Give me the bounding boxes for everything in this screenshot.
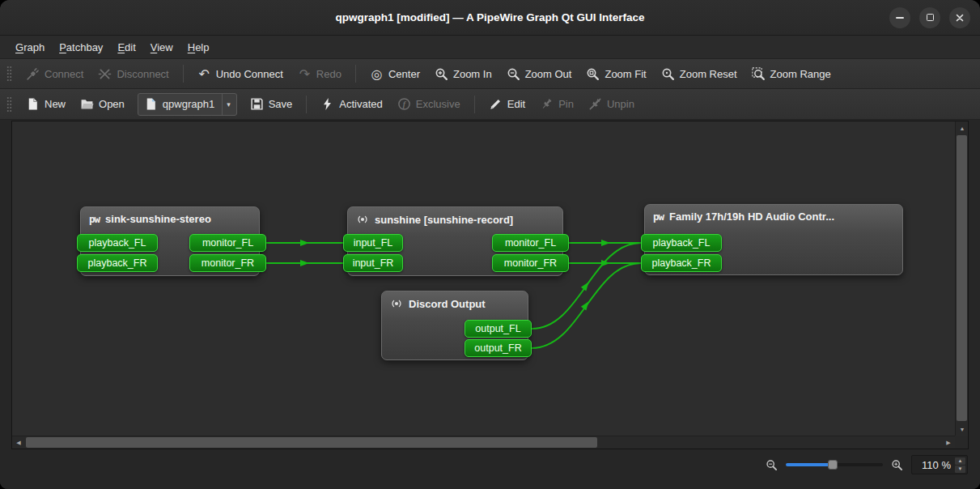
new-button[interactable]: New <box>19 92 73 117</box>
graph-canvas[interactable]: pw sink-sunshine-stereo playback_FL play… <box>12 121 955 436</box>
app-window: qpwgraph1 [modified] — A PipeWire Graph … <box>0 0 980 489</box>
undo-connect-button[interactable]: ↶ Undo Connect <box>190 62 291 86</box>
center-button[interactable]: ◎ Center <box>363 62 427 86</box>
record-icon <box>356 213 369 226</box>
toolbar-edit: Connect Disconnect ↶ Undo Connect ↷ Redo… <box>0 59 980 89</box>
save-button[interactable]: Save <box>243 92 300 117</box>
zoom-reset-button[interactable]: Zoom Reset <box>654 62 745 86</box>
zoom-range-button[interactable]: Zoom Range <box>745 62 838 86</box>
scroll-right-arrow[interactable]: ▶ <box>942 436 955 449</box>
zoom-slider[interactable] <box>786 458 883 471</box>
titlebar[interactable]: qpwgraph1 [modified] — A PipeWire Graph … <box>0 0 980 36</box>
horizontal-scrollbar-thumb[interactable] <box>26 437 597 448</box>
toolbar-separator <box>355 65 356 83</box>
save-icon <box>250 97 264 111</box>
connections-layer <box>12 121 955 436</box>
sunshine-port-monitor-fr[interactable]: monitor_FR <box>492 254 569 272</box>
zoom-range-label: Zoom Range <box>770 68 831 80</box>
pin-label: Pin <box>558 98 574 110</box>
sink-port-playback-fr[interactable]: playback_FR <box>77 254 158 272</box>
node-title: sunshine [sunshine-record] <box>375 214 513 226</box>
undo-icon: ↶ <box>197 67 211 81</box>
node-header: Discord Output <box>382 291 528 310</box>
family-port-playback-fl[interactable]: playback_FL <box>641 234 722 252</box>
menu-view[interactable]: View <box>143 36 180 58</box>
pipewire-icon: pw <box>89 213 100 225</box>
vertical-scrollbar[interactable]: ▲ ▼ <box>955 121 968 436</box>
family-port-playback-fr[interactable]: playback_FR <box>641 254 722 272</box>
connect-icon <box>26 67 40 81</box>
sunshine-port-input-fl[interactable]: input_FL <box>343 234 403 252</box>
open-label: Open <box>99 98 125 110</box>
toolbar-handle[interactable] <box>6 66 12 82</box>
menu-help[interactable]: Help <box>180 36 217 58</box>
spin-down-arrow[interactable]: ▼ <box>955 466 965 473</box>
zoom-fit-label: Zoom Fit <box>605 68 646 80</box>
toolbar-handle[interactable] <box>6 96 12 113</box>
zoom-out-icon <box>507 67 520 81</box>
redo-icon: ↷ <box>298 67 312 81</box>
node-header: pw sink-sunshine-stereo <box>81 207 259 225</box>
scroll-left-arrow[interactable]: ◀ <box>12 436 25 449</box>
maximize-button[interactable] <box>919 7 940 28</box>
sunshine-port-input-fr[interactable]: input_FR <box>343 254 403 272</box>
zoom-in-label: Zoom In <box>453 68 492 80</box>
zoom-in-button[interactable]: Zoom In <box>427 62 499 86</box>
save-label: Save <box>269 98 293 110</box>
sink-port-monitor-fl[interactable]: monitor_FL <box>189 234 266 252</box>
exclusive-toggle[interactable]: f Exclusive <box>390 92 468 117</box>
maximize-icon <box>927 14 934 21</box>
pin-icon <box>540 97 554 111</box>
chevron-down-icon: ▾ <box>222 94 235 115</box>
open-button[interactable]: Open <box>73 92 132 117</box>
node-title: Discord Output <box>409 298 486 310</box>
zoom-slider-handle[interactable] <box>828 460 838 470</box>
disconnect-button[interactable]: Disconnect <box>91 62 176 86</box>
main-area: pw sink-sunshine-stereo playback_FL play… <box>0 120 980 450</box>
zoom-in-icon <box>435 67 448 81</box>
zoom-fit-button[interactable]: Zoom Fit <box>579 62 653 86</box>
lightning-bolt-icon <box>320 97 334 111</box>
horizontal-scrollbar[interactable]: ◀ ▶ <box>12 436 955 449</box>
menu-patchbay[interactable]: Patchbay <box>52 36 110 58</box>
connect-button[interactable]: Connect <box>19 62 91 86</box>
menu-graph[interactable]: Graph <box>8 36 52 58</box>
node-header: sunshine [sunshine-record] <box>348 207 562 226</box>
scroll-down-arrow[interactable]: ▼ <box>956 423 969 436</box>
close-button[interactable] <box>949 7 970 28</box>
sink-port-playback-fl[interactable]: playback_FL <box>77 234 158 252</box>
record-icon <box>390 297 403 310</box>
minimize-button[interactable] <box>889 7 910 28</box>
spin-up-arrow[interactable]: ▲ <box>955 457 965 465</box>
menu-edit[interactable]: Edit <box>110 36 142 58</box>
zoom-out-label: Zoom Out <box>525 68 572 80</box>
zoom-spinbox[interactable]: 110 % ▲ ▼ <box>911 455 968 474</box>
zoom-out-button[interactable]: Zoom Out <box>499 62 579 86</box>
window-controls <box>889 0 970 35</box>
zoom-in-icon[interactable] <box>891 459 903 471</box>
edit-toggle[interactable]: Edit <box>482 92 532 117</box>
discord-port-output-fl[interactable]: output_FL <box>465 320 532 338</box>
discord-port-output-fr[interactable]: output_FR <box>465 339 532 357</box>
open-folder-icon <box>80 97 94 111</box>
pipewire-icon: pw <box>653 210 664 223</box>
unpin-label: Unpin <box>607 98 634 110</box>
svg-text:f: f <box>403 100 407 108</box>
pin-button[interactable]: Pin <box>532 92 581 117</box>
spin-arrows: ▲ ▼ <box>955 457 965 473</box>
unpin-button[interactable]: Unpin <box>581 92 642 117</box>
canvas-frame: pw sink-sunshine-stereo playback_FL play… <box>11 121 969 449</box>
scroll-up-arrow[interactable]: ▲ <box>956 121 969 134</box>
redo-button[interactable]: ↷ Redo <box>291 62 349 86</box>
exclusive-label: Exclusive <box>416 98 460 110</box>
zoom-slider-fill <box>786 463 833 466</box>
sunshine-port-monitor-fl[interactable]: monitor_FL <box>492 234 569 252</box>
patchbay-select[interactable]: qpwgraph1 ▾ <box>138 93 237 116</box>
exclusive-icon: f <box>397 97 411 111</box>
toolbar-separator <box>474 96 475 113</box>
sink-port-monitor-fr[interactable]: monitor_FR <box>189 254 266 272</box>
vertical-scrollbar-thumb[interactable] <box>957 135 967 421</box>
zoom-fit-icon <box>586 67 600 81</box>
activated-toggle[interactable]: Activated <box>313 92 389 117</box>
zoom-out-icon[interactable] <box>766 459 778 471</box>
